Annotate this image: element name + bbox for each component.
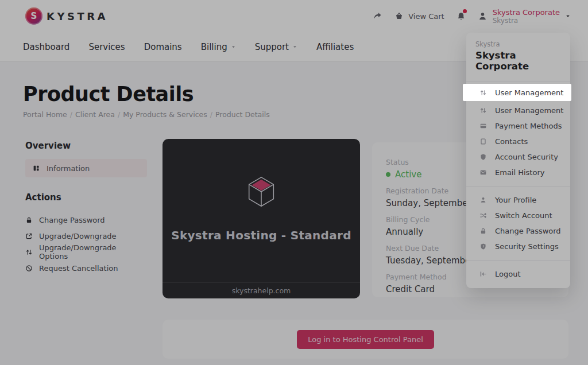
highlighted-menu-item-label: User Management: [495, 88, 563, 97]
swap-vertical-icon: [479, 89, 488, 96]
highlighted-menu-item-user-management[interactable]: User Management: [463, 84, 571, 101]
dim-overlay: [0, 0, 588, 365]
app-canvas: S KYSTRA View Cart Skys: [0, 0, 588, 365]
